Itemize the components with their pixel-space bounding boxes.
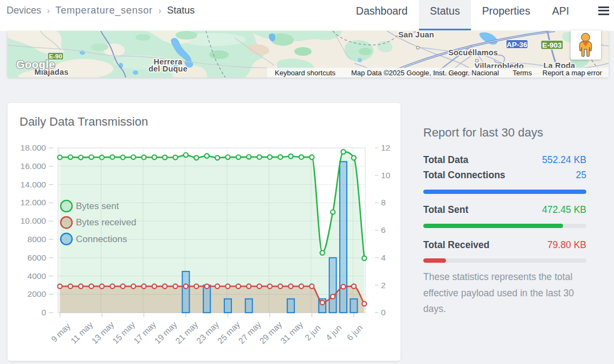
svg-text:21 may: 21 may (173, 320, 199, 346)
svg-text:Keyboard shortcuts: Keyboard shortcuts (275, 69, 336, 77)
svg-text:6: 6 (381, 225, 386, 235)
svg-text:15 may: 15 may (111, 320, 137, 346)
svg-text:del Duque: del Duque (148, 64, 188, 73)
svg-text:11 may: 11 may (69, 320, 94, 345)
svg-text:2 jun: 2 jun (303, 323, 322, 342)
svg-text:12.000: 12.000 (21, 198, 47, 207)
svg-text:8: 8 (381, 198, 386, 207)
svg-text:Map Data ©2025 Google, Inst. G: Map Data ©2025 Google, Inst. Geogr. Naci… (351, 69, 499, 77)
svg-text:Socuéllamos: Socuéllamos (448, 48, 498, 57)
svg-text:8000: 8000 (28, 235, 47, 244)
svg-text:6 jun: 6 jun (345, 323, 365, 342)
svg-text:4 jun: 4 jun (324, 323, 344, 342)
svg-text:2: 2 (381, 281, 386, 290)
svg-text:29 may: 29 may (257, 320, 283, 346)
svg-text:19 may: 19 may (153, 320, 179, 346)
svg-text:AP-36: AP-36 (507, 41, 528, 49)
svg-text:16.000: 16.000 (21, 161, 47, 171)
svg-text:14.000: 14.000 (21, 180, 47, 189)
svg-text:25 may: 25 may (216, 320, 242, 346)
svg-text:Report a map error: Report a map error (542, 69, 602, 77)
svg-text:10.000: 10.000 (21, 216, 47, 225)
svg-text:Terms: Terms (513, 69, 532, 77)
svg-text:31 may: 31 may (279, 320, 305, 346)
svg-text:E-903: E-903 (542, 41, 562, 49)
svg-text:12: 12 (381, 143, 390, 152)
svg-text:23 may: 23 may (195, 320, 221, 346)
svg-text:6000: 6000 (28, 253, 47, 262)
svg-text:San Juan: San Juan (398, 31, 434, 39)
svg-text:Google: Google (16, 58, 55, 70)
svg-text:13 may: 13 may (90, 320, 116, 346)
svg-text:17 may: 17 may (132, 320, 158, 346)
svg-text:0: 0 (41, 308, 46, 317)
svg-text:Bytes sent: Bytes sent (76, 201, 119, 211)
svg-text:27 may: 27 may (237, 320, 263, 346)
svg-text:4000: 4000 (28, 271, 47, 281)
svg-text:Bytes received: Bytes received (76, 217, 137, 227)
svg-text:18.000: 18.000 (21, 143, 47, 152)
svg-text:Connections: Connections (76, 234, 127, 244)
svg-text:9 may: 9 may (49, 321, 72, 344)
svg-text:4: 4 (381, 253, 386, 262)
svg-text:2000: 2000 (28, 289, 47, 298)
svg-text:0: 0 (381, 308, 386, 317)
svg-text:10: 10 (381, 171, 391, 180)
